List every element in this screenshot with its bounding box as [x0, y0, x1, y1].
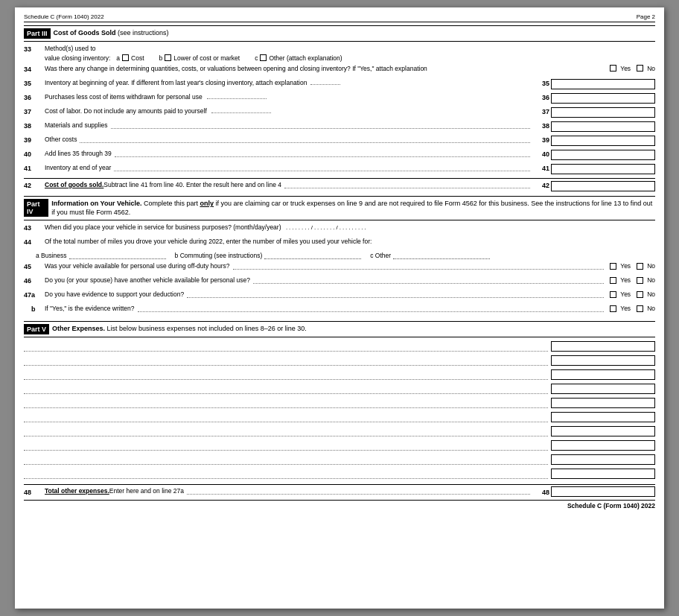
page-header: Schedule C (Form 1040) 2022 Page 2	[24, 13, 655, 22]
part4-header: Part IV Information on Your Vehicle. Com…	[24, 196, 655, 220]
part5-desc-8[interactable]	[24, 441, 548, 451]
row-33-num: 33	[24, 45, 45, 53]
input-48[interactable]	[551, 486, 655, 497]
row-33: 33 Method(s) used to value closing inven…	[24, 45, 655, 62]
checkbox-47a-yes[interactable]	[610, 291, 616, 298]
row-44: 44 Of the total number of miles you drov…	[24, 238, 655, 259]
row-43: 43 When did you place your vehicle in se…	[24, 223, 655, 235]
part5-line-1	[24, 340, 655, 352]
input-39[interactable]	[551, 136, 655, 146]
method-b-label: Lower of cost or market	[173, 54, 240, 62]
header-right: Page 2	[637, 13, 655, 20]
input-42[interactable]	[551, 181, 655, 191]
part5-amount-3[interactable]	[551, 369, 655, 380]
method-c-label: Other (attach explanation)	[269, 54, 342, 62]
row-47b-yes-no: Yes No	[610, 305, 655, 312]
checkbox-47a-no[interactable]	[637, 291, 643, 298]
part4-title: Information on Your Vehicle. Complete th…	[51, 199, 655, 217]
part5-desc-10[interactable]	[24, 469, 548, 479]
part5-amount-1[interactable]	[551, 341, 655, 352]
input-36[interactable]	[551, 93, 655, 104]
sub-44a: a Business	[36, 252, 166, 259]
part5-line-6	[24, 411, 655, 423]
input-37[interactable]	[551, 107, 655, 118]
row-34-yes: Yes	[610, 65, 631, 72]
part5-amount-8[interactable]	[551, 440, 655, 451]
part5-line-7	[24, 425, 655, 437]
row-47b: b If "Yes," is the evidence written? Yes…	[24, 305, 655, 317]
checkbox-45-no[interactable]	[637, 263, 643, 270]
row-34-no: No	[637, 65, 655, 72]
part5-desc-1[interactable]	[24, 342, 548, 352]
part5-amount-6[interactable]	[551, 412, 655, 422]
part5-title: Other Expenses. List below business expe…	[52, 324, 307, 334]
input-40[interactable]	[551, 150, 655, 160]
part5-desc-3[interactable]	[24, 370, 548, 380]
part5-line-5	[24, 397, 655, 409]
checkbox-other-method[interactable]	[260, 54, 267, 61]
part5-desc-5[interactable]	[24, 399, 548, 408]
rows-45-47: 45 Was your vehicle available for person…	[24, 262, 655, 317]
input-44b[interactable]	[264, 252, 361, 259]
checkbox-34-no[interactable]	[637, 65, 643, 72]
input-44c[interactable]	[393, 252, 490, 259]
row-34: 34 Was there any change in determining q…	[24, 65, 655, 77]
checkbox-47b-yes[interactable]	[610, 305, 616, 312]
part5-expense-lines	[24, 340, 655, 480]
part5-label: Part V	[24, 324, 49, 334]
input-41[interactable]	[551, 164, 655, 174]
method-option-a: a Cost	[116, 54, 144, 62]
method-option-b: b Lower of cost or market	[159, 54, 240, 62]
method-a-label: Cost	[131, 54, 144, 62]
part5-line-4	[24, 383, 655, 395]
row-46-yes-no: Yes No	[610, 276, 655, 284]
checkbox-46-no[interactable]	[637, 277, 643, 284]
checkbox-47b-no[interactable]	[637, 305, 643, 312]
footer-text: Schedule C (Form 1040) 2022	[567, 502, 655, 509]
row-41: 41 Inventory at end of year 41	[24, 164, 655, 176]
part5-desc-9[interactable]	[24, 455, 548, 465]
part3-header: Part III Cost of Goods Sold (see instruc…	[24, 25, 655, 42]
checkbox-45-yes[interactable]	[610, 263, 616, 270]
input-38[interactable]	[551, 121, 655, 132]
part5-desc-6[interactable]	[24, 413, 548, 422]
checkbox-lower-cost[interactable]	[165, 54, 171, 61]
checkbox-cost[interactable]	[122, 54, 129, 61]
row-34-label: Was there any change in determining quan…	[45, 65, 607, 74]
method-b-letter: b	[159, 54, 163, 62]
part5-desc-4[interactable]	[24, 384, 548, 394]
row-38: 38 Materials and supplies 38	[24, 121, 655, 133]
row-33-label-bottom: value closing inventory:	[45, 54, 110, 62]
part5-amount-9[interactable]	[551, 454, 655, 465]
row-35: 35 Inventory at beginning of year. If di…	[24, 79, 655, 91]
method-option-c: c Other (attach explanation)	[255, 54, 342, 62]
part5-amount-4[interactable]	[551, 384, 655, 394]
part5-amount-5[interactable]	[551, 398, 655, 408]
row-40: 40 Add lines 35 through 39 40	[24, 150, 655, 162]
page-footer: Schedule C (Form 1040) 2022	[24, 500, 655, 509]
tax-form-page: Schedule C (Form 1040) 2022 Page 2 Part …	[15, 7, 664, 609]
part3-title: Cost of Goods Sold (see instructions)	[54, 28, 169, 38]
row-36: 36 Purchases less cost of items withdraw…	[24, 93, 655, 105]
row-39: 39 Other costs 39	[24, 136, 655, 147]
part5-amount-7[interactable]	[551, 426, 655, 436]
row-47a: 47a Do you have evidence to support your…	[24, 290, 655, 302]
row-46: 46 Do you (or your spouse) have another …	[24, 276, 655, 288]
part5-header: Part V Other Expenses. List below busine…	[24, 321, 655, 337]
part5-desc-7[interactable]	[24, 427, 548, 436]
row-44-subs: a Business b Commuting (see instructions…	[24, 252, 655, 259]
row-33-label-top: Method(s) used to	[45, 45, 655, 54]
checkbox-34-yes[interactable]	[610, 65, 616, 72]
row-33-bottom: value closing inventory: a Cost b Lower …	[24, 54, 655, 62]
row-33-top: 33 Method(s) used to	[24, 45, 655, 54]
sub-44b: b Commuting (see instructions)	[175, 252, 362, 259]
row-42: 42 Cost of goods sold. Subtract line 41 …	[24, 178, 655, 191]
checkbox-46-yes[interactable]	[610, 277, 616, 284]
part5-line-9	[24, 454, 655, 466]
input-35[interactable]	[551, 79, 655, 89]
part5-desc-2[interactable]	[24, 356, 548, 366]
part5-amount-2[interactable]	[551, 355, 655, 366]
method-a-letter: a	[116, 54, 120, 62]
input-44a[interactable]	[69, 252, 166, 259]
part5-amount-10[interactable]	[551, 469, 655, 479]
